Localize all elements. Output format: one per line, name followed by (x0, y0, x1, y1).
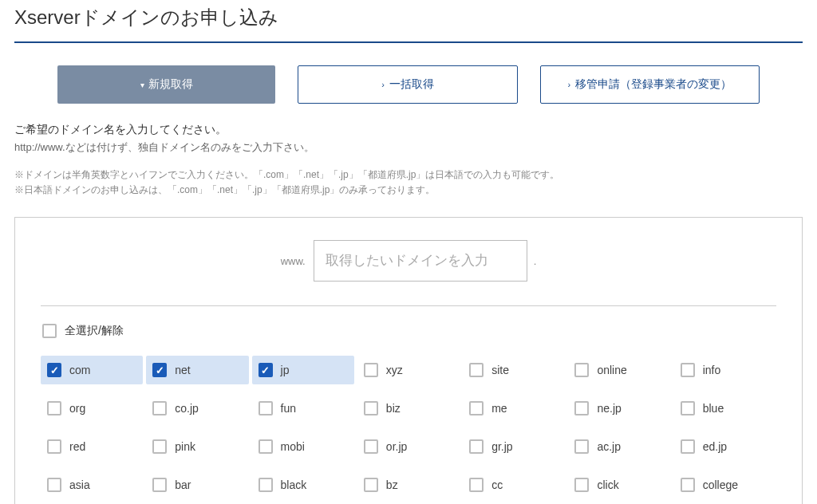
tld-checkbox[interactable] (681, 439, 695, 454)
tld-item-black[interactable]: black (252, 471, 354, 499)
tld-checkbox[interactable] (47, 478, 61, 492)
tab-transfer[interactable]: › 移管申請（登録事業者の変更） (540, 65, 760, 104)
tld-checkbox[interactable] (152, 439, 167, 454)
check-icon: ✓ (156, 364, 164, 376)
tld-checkbox[interactable] (364, 363, 378, 377)
domain-input-row: www. . (41, 240, 776, 282)
tld-label: asia (69, 478, 90, 491)
tld-label: com (69, 364, 90, 376)
domain-card: www. . 全選択/解除 ✓com✓net✓jpxyzsiteonlinein… (14, 217, 803, 504)
tld-item-site[interactable]: site (463, 356, 565, 384)
tld-item-mobi[interactable]: mobi (252, 432, 354, 461)
tld-label: black (281, 478, 307, 491)
tld-label: click (597, 478, 618, 491)
tld-item-fun[interactable]: fun (252, 394, 354, 423)
tld-label: college (703, 478, 738, 491)
tld-item-bz[interactable]: bz (357, 471, 460, 499)
tld-label: blue (703, 402, 724, 415)
tld-label: bz (386, 478, 398, 491)
tld-checkbox[interactable] (681, 478, 695, 492)
tld-item-ed-jp[interactable]: ed.jp (674, 432, 776, 461)
tld-checkbox[interactable] (152, 401, 167, 415)
tld-checkbox[interactable] (574, 401, 589, 415)
tld-checkbox[interactable] (681, 401, 695, 415)
tld-checkbox[interactable] (574, 478, 589, 492)
tld-item-or-jp[interactable]: or.jp (357, 432, 460, 461)
tld-item-college[interactable]: college (674, 471, 776, 499)
tld-item-org[interactable]: org (41, 394, 143, 423)
tld-checkbox[interactable]: ✓ (259, 363, 273, 377)
chevron-down-icon: ▾ (140, 81, 144, 89)
check-icon: ✓ (50, 364, 59, 376)
tld-label: biz (386, 402, 401, 415)
tld-grid: ✓com✓net✓jpxyzsiteonlineinfoorgco.jpfunb… (41, 356, 776, 499)
tld-item-red[interactable]: red (41, 432, 143, 461)
tld-item-cc[interactable]: cc (463, 471, 565, 499)
tld-item-ne-jp[interactable]: ne.jp (568, 394, 670, 423)
tld-label: pink (175, 440, 195, 453)
domain-input[interactable] (314, 240, 527, 282)
select-all-checkbox[interactable] (42, 324, 57, 338)
tld-checkbox[interactable] (364, 401, 378, 415)
tld-checkbox[interactable]: ✓ (152, 363, 167, 377)
tld-item-online[interactable]: online (568, 356, 670, 384)
tabs-row: ▾ 新規取得 › 一括取得 › 移管申請（登録事業者の変更） (14, 65, 803, 104)
tld-item-blue[interactable]: blue (674, 394, 776, 423)
tld-item-asia[interactable]: asia (41, 471, 143, 499)
tld-checkbox[interactable] (681, 363, 695, 377)
tld-item-bar[interactable]: bar (146, 471, 248, 499)
tld-item-info[interactable]: info (674, 356, 776, 384)
tld-checkbox[interactable] (47, 439, 61, 454)
tld-label: xyz (386, 364, 403, 376)
tld-label: gr.jp (491, 440, 512, 453)
tld-label: info (703, 364, 721, 376)
tld-label: net (175, 364, 190, 376)
tld-label: fun (281, 402, 296, 415)
chevron-right-icon: › (381, 80, 385, 89)
tld-item-click[interactable]: click (568, 471, 670, 499)
tld-item-me[interactable]: me (463, 394, 565, 423)
tld-checkbox[interactable] (469, 439, 483, 454)
tab-bulk-label: 一括取得 (389, 77, 434, 92)
tld-checkbox[interactable] (574, 439, 589, 454)
tld-checkbox[interactable]: ✓ (47, 363, 61, 377)
tab-bulk[interactable]: › 一括取得 (298, 65, 517, 104)
tld-item-net[interactable]: ✓net (146, 356, 248, 384)
tld-checkbox[interactable] (152, 478, 167, 492)
tld-checkbox[interactable] (47, 401, 61, 415)
tld-checkbox[interactable] (469, 478, 483, 492)
tld-item-pink[interactable]: pink (146, 432, 248, 461)
tld-item-ac-jp[interactable]: ac.jp (568, 432, 670, 461)
tab-new[interactable]: ▾ 新規取得 (57, 65, 275, 104)
tld-item-co-jp[interactable]: co.jp (146, 394, 248, 423)
tld-item-jp[interactable]: ✓jp (252, 356, 354, 384)
tld-checkbox[interactable] (259, 401, 273, 415)
tld-label: red (69, 440, 85, 453)
tab-new-label: 新規取得 (148, 77, 193, 92)
tld-item-biz[interactable]: biz (357, 394, 460, 423)
divider (41, 305, 776, 306)
tld-label: ed.jp (703, 440, 727, 453)
notes-block: ※ドメインは半角英数字とハイフンでご入力ください。「.com」「.net」「.j… (14, 167, 803, 198)
tld-checkbox[interactable] (364, 439, 378, 454)
check-icon: ✓ (261, 364, 270, 376)
tld-checkbox[interactable] (574, 363, 589, 377)
page-title: Xserverドメインのお申し込み (14, 0, 803, 43)
tld-label: online (597, 364, 626, 376)
tld-checkbox[interactable] (259, 478, 273, 492)
tld-label: or.jp (386, 440, 407, 453)
chevron-right-icon: › (567, 80, 570, 89)
tld-label: bar (175, 478, 191, 491)
tld-label: mobi (281, 440, 305, 453)
select-all-row[interactable]: 全選択/解除 (41, 324, 776, 338)
tld-checkbox[interactable] (364, 478, 378, 492)
tld-item-gr-jp[interactable]: gr.jp (463, 432, 565, 461)
tld-item-com[interactable]: ✓com (41, 356, 143, 384)
www-prefix: www. (281, 255, 306, 267)
tld-checkbox[interactable] (469, 363, 483, 377)
tld-label: ne.jp (597, 402, 621, 415)
tld-label: me (491, 402, 507, 415)
tld-checkbox[interactable] (259, 439, 273, 454)
tld-checkbox[interactable] (469, 401, 483, 415)
tld-item-xyz[interactable]: xyz (357, 356, 460, 384)
